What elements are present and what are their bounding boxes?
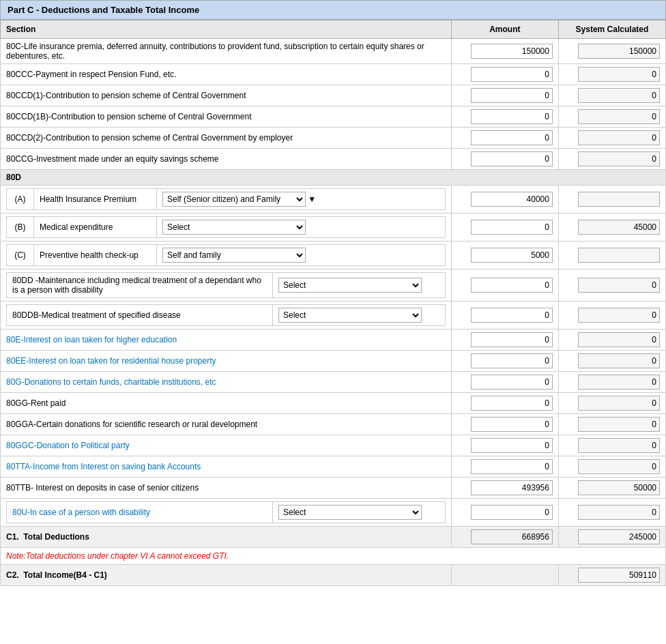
amount-80e [451,330,558,351]
input-80d-b[interactable] [471,220,553,235]
amount-80ccg [451,149,558,170]
input-80ccg[interactable] [471,151,553,166]
dropdown-80ddb[interactable]: Select Self Family [278,308,422,323]
dropdown-80u[interactable]: Select Self Family [278,505,422,520]
input-80ccd2[interactable] [471,130,553,145]
input-80dd[interactable] [471,278,553,293]
row-80ddb: 80DDB-Medical treatment of specified dis… [1,302,666,330]
label-80u: 80U-In case of a person with disability … [1,499,452,527]
input-80ddb[interactable] [471,308,553,323]
row-80ccd1: 80CCD(1)-Contribution to pension scheme … [1,85,666,106]
amount-80ttb [451,478,558,499]
input-80u[interactable] [471,505,553,520]
row-80d-c: (C) Preventive health check-up Select Se… [1,241,666,269]
link-80u[interactable]: 80U-In case of a person with disability [12,508,150,517]
dropdown-80d-a[interactable]: Select Self (Senior citizen) and Family … [162,192,306,207]
syscalc-80g-field [578,375,660,390]
amount-80ccc [451,64,558,85]
syscalc-80ccd1-field [578,88,660,103]
row-80ee: 80EE-Interest on loan taken for resident… [1,351,666,372]
link-80ee[interactable]: 80EE-Interest on loan taken for resident… [6,356,216,366]
input-80e[interactable] [471,332,553,347]
input-80ccc[interactable] [471,67,553,82]
amount-c1 [451,527,558,548]
syscalc-80ccd1b [558,106,665,128]
cell-80d-c: (C) Preventive health check-up Select Se… [1,241,452,269]
input-80gga[interactable] [471,417,553,432]
input-80d-a[interactable] [471,192,553,207]
label-80e: 80E-Interest on loan taken for higher ed… [1,330,452,351]
dropdown-cell-80u: Select Self Family [273,502,446,523]
row-c2-total: C2. Total Income(B4 - C1) [1,565,666,586]
syscalc-80d-a-field [578,192,660,207]
label-c2: C2. Total Income(B4 - C1) [1,565,452,586]
dropdown-cell-a: Select Self (Senior citizen) and Family … [157,189,446,210]
link-80g[interactable]: 80G-Donations to certain funds, charitab… [6,377,216,387]
label-80ccd1: 80CCD(1)-Contribution to pension scheme … [1,85,452,106]
amount-80gg [451,393,558,414]
amount-80tta [451,456,558,478]
syscalc-c1-field [578,529,660,544]
row-80g: 80G-Donations to certain funds, charitab… [1,372,666,393]
input-80c[interactable] [471,44,553,59]
input-80ttb[interactable] [471,480,553,495]
row-80ccd1b: 80CCD(1B)-Contribution to pension scheme… [1,106,666,128]
syscalc-80ee-field [578,353,660,368]
dropdown-80d-c[interactable]: Select Self (Senior citizen) and Family … [162,248,306,263]
amount-80u [451,499,558,527]
row-note: Note:Total deductions under chapter VI A… [1,548,666,565]
syscalc-80ccd1b-field [578,109,660,124]
row-80ccd2: 80CCD(2)-Contribution to pension scheme … [1,128,666,149]
row-80d-a: (A) Health Insurance Premium Select Self… [1,186,666,214]
syscalc-80ccg [558,149,665,170]
input-80g[interactable] [471,375,553,390]
syscalc-c2 [558,565,665,586]
label-80g: 80G-Donations to certain funds, charitab… [1,372,452,393]
input-80ccd1[interactable] [471,88,553,103]
syscalc-c2-field [578,568,660,583]
label-80gg: 80GG-Rent paid [1,393,452,414]
input-c1 [471,529,553,544]
syscalc-80e-field [578,332,660,347]
dropdown-80dd[interactable]: Select Self Family [278,278,422,293]
input-80gg[interactable] [471,396,553,411]
row-80e: 80E-Interest on loan taken for higher ed… [1,330,666,351]
row-80ttb: 80TTB- Interest on deposits in case of s… [1,478,666,499]
input-80ccd1b[interactable] [471,109,553,124]
input-80ggc[interactable] [471,438,553,453]
syscalc-80ggc [558,435,665,456]
label-80ggc: 80GGC-Donation to Political party [1,435,452,456]
syscalc-80ggc-field [578,438,660,453]
link-80e[interactable]: 80E-Interest on loan taken for higher ed… [6,335,177,345]
amount-80c [451,39,558,64]
syscalc-80tta [558,456,665,478]
syscalc-80ee [558,351,665,372]
amount-c2 [451,565,558,586]
dropdown-80d-b[interactable]: Select Self (Senior citizen) and Family … [162,220,306,235]
row-80ggc: 80GGC-Donation to Political party [1,435,666,456]
row-80ccg: 80CCG-Investment made under an equity sa… [1,149,666,170]
label-80ccg: 80CCG-Investment made under an equity sa… [1,149,452,170]
input-80d-c[interactable] [471,248,553,263]
label-80ccc: 80CCC-Payment in respect Pension Fund, e… [1,64,452,85]
input-80tta[interactable] [471,459,553,474]
part-header: Part C - Deductions and Taxable Total In… [0,0,666,20]
alpha-a: (A) [7,189,34,210]
amount-80ccd2 [451,128,558,149]
link-80ggc[interactable]: 80GGC-Donation to Political party [6,441,130,450]
link-80tta[interactable]: 80TTA-Income from Interest on saving ban… [6,462,201,471]
syscalc-80ccg-field [578,151,660,166]
syscalc-80ddb [558,302,665,330]
syscalc-80d-c-field [578,248,660,263]
input-80ee[interactable] [471,353,553,368]
row-80ccc: 80CCC-Payment in respect Pension Fund, e… [1,64,666,85]
syscalc-80ccd2-field [578,130,660,145]
syscalc-80ccc-field [578,67,660,82]
sub-label-c: Preventive health check-up [34,245,157,266]
amount-80ccd1 [451,85,558,106]
dropdown-cell-80ddb: Select Self Family [273,305,446,326]
cell-80d-a: (A) Health Insurance Premium Select Self… [1,186,452,214]
amount-80gga [451,414,558,435]
sub-label-a: Health Insurance Premium [34,189,157,210]
syscalc-80ddb-field [578,308,660,323]
